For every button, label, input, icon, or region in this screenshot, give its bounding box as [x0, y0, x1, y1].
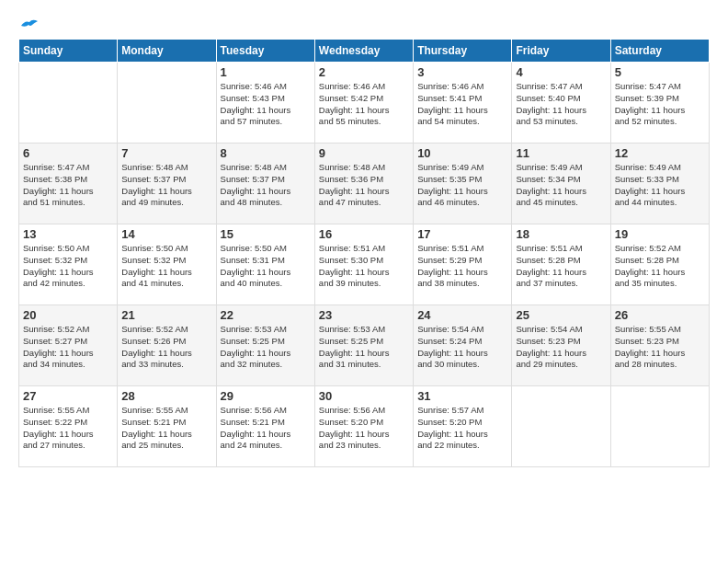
day-number: 3 [417, 65, 507, 79]
calendar-cell: 26Sunrise: 5:55 AMSunset: 5:23 PMDayligh… [610, 305, 709, 386]
col-header-sunday: Sunday [19, 40, 118, 63]
calendar-cell: 2Sunrise: 5:46 AMSunset: 5:42 PMDaylight… [314, 63, 413, 144]
day-number: 14 [121, 227, 211, 241]
calendar-cell: 24Sunrise: 5:54 AMSunset: 5:24 PMDayligh… [414, 305, 512, 386]
day-number: 16 [319, 227, 409, 241]
cell-info: Sunrise: 5:46 AMSunset: 5:41 PMDaylight:… [417, 81, 507, 128]
calendar-cell: 3Sunrise: 5:46 AMSunset: 5:41 PMDaylight… [414, 63, 512, 144]
page: SundayMondayTuesdayWednesdayThursdayFrid… [0, 0, 728, 478]
calendar-cell: 11Sunrise: 5:49 AMSunset: 5:34 PMDayligh… [512, 144, 610, 224]
day-number: 17 [417, 227, 507, 241]
calendar-cell: 29Sunrise: 5:56 AMSunset: 5:21 PMDayligh… [216, 386, 314, 467]
calendar-cell: 12Sunrise: 5:49 AMSunset: 5:33 PMDayligh… [610, 144, 709, 224]
calendar-cell: 31Sunrise: 5:57 AMSunset: 5:20 PMDayligh… [414, 386, 512, 467]
calendar-week-row: 1Sunrise: 5:46 AMSunset: 5:43 PMDaylight… [19, 63, 710, 144]
calendar-cell: 15Sunrise: 5:50 AMSunset: 5:31 PMDayligh… [216, 224, 314, 305]
calendar-cell: 9Sunrise: 5:48 AMSunset: 5:36 PMDaylight… [314, 144, 413, 224]
cell-info: Sunrise: 5:52 AMSunset: 5:26 PMDaylight:… [121, 324, 211, 371]
cell-info: Sunrise: 5:51 AMSunset: 5:28 PMDaylight:… [516, 243, 606, 290]
day-number: 31 [417, 389, 507, 403]
calendar-cell: 6Sunrise: 5:47 AMSunset: 5:38 PMDaylight… [19, 144, 118, 224]
day-number: 30 [319, 389, 409, 403]
calendar-week-row: 13Sunrise: 5:50 AMSunset: 5:32 PMDayligh… [19, 224, 710, 305]
day-number: 1 [221, 65, 311, 79]
day-number: 6 [23, 146, 113, 160]
calendar-cell [512, 386, 610, 467]
calendar-cell: 10Sunrise: 5:49 AMSunset: 5:35 PMDayligh… [414, 144, 512, 224]
cell-info: Sunrise: 5:55 AMSunset: 5:22 PMDaylight:… [23, 405, 113, 452]
cell-info: Sunrise: 5:47 AMSunset: 5:40 PMDaylight:… [516, 81, 606, 128]
day-number: 4 [516, 65, 606, 79]
header [18, 17, 710, 29]
calendar-cell: 19Sunrise: 5:52 AMSunset: 5:28 PMDayligh… [610, 224, 709, 305]
cell-info: Sunrise: 5:55 AMSunset: 5:21 PMDaylight:… [121, 405, 211, 452]
calendar-cell: 4Sunrise: 5:47 AMSunset: 5:40 PMDaylight… [512, 63, 610, 144]
day-number: 11 [516, 146, 606, 160]
calendar: SundayMondayTuesdayWednesdayThursdayFrid… [18, 39, 710, 467]
cell-info: Sunrise: 5:46 AMSunset: 5:43 PMDaylight:… [221, 81, 311, 128]
cell-info: Sunrise: 5:49 AMSunset: 5:34 PMDaylight:… [516, 162, 606, 209]
cell-info: Sunrise: 5:57 AMSunset: 5:20 PMDaylight:… [417, 405, 507, 452]
calendar-cell: 8Sunrise: 5:48 AMSunset: 5:37 PMDaylight… [216, 144, 314, 224]
cell-info: Sunrise: 5:56 AMSunset: 5:21 PMDaylight:… [221, 405, 311, 452]
calendar-cell: 23Sunrise: 5:53 AMSunset: 5:25 PMDayligh… [314, 305, 413, 386]
cell-info: Sunrise: 5:51 AMSunset: 5:29 PMDaylight:… [417, 243, 507, 290]
calendar-cell: 1Sunrise: 5:46 AMSunset: 5:43 PMDaylight… [216, 63, 314, 144]
cell-info: Sunrise: 5:55 AMSunset: 5:23 PMDaylight:… [615, 324, 705, 371]
calendar-cell: 21Sunrise: 5:52 AMSunset: 5:26 PMDayligh… [118, 305, 216, 386]
col-header-wednesday: Wednesday [314, 40, 413, 63]
cell-info: Sunrise: 5:48 AMSunset: 5:36 PMDaylight:… [319, 162, 409, 209]
cell-info: Sunrise: 5:47 AMSunset: 5:38 PMDaylight:… [23, 162, 113, 209]
calendar-cell [19, 63, 118, 144]
logo-bird-icon [19, 17, 40, 33]
day-number: 29 [221, 389, 311, 403]
calendar-cell [118, 63, 216, 144]
day-number: 22 [221, 308, 311, 322]
cell-info: Sunrise: 5:50 AMSunset: 5:31 PMDaylight:… [221, 243, 311, 290]
day-number: 28 [121, 389, 211, 403]
calendar-cell: 18Sunrise: 5:51 AMSunset: 5:28 PMDayligh… [512, 224, 610, 305]
calendar-cell: 25Sunrise: 5:54 AMSunset: 5:23 PMDayligh… [512, 305, 610, 386]
cell-info: Sunrise: 5:46 AMSunset: 5:42 PMDaylight:… [319, 81, 409, 128]
day-number: 15 [221, 227, 311, 241]
cell-info: Sunrise: 5:49 AMSunset: 5:33 PMDaylight:… [615, 162, 705, 209]
calendar-cell: 17Sunrise: 5:51 AMSunset: 5:29 PMDayligh… [414, 224, 512, 305]
day-number: 10 [417, 146, 507, 160]
cell-info: Sunrise: 5:53 AMSunset: 5:25 PMDaylight:… [319, 324, 409, 371]
cell-info: Sunrise: 5:49 AMSunset: 5:35 PMDaylight:… [417, 162, 507, 209]
calendar-cell: 28Sunrise: 5:55 AMSunset: 5:21 PMDayligh… [118, 386, 216, 467]
calendar-cell: 7Sunrise: 5:48 AMSunset: 5:37 PMDaylight… [118, 144, 216, 224]
col-header-thursday: Thursday [414, 40, 512, 63]
cell-info: Sunrise: 5:52 AMSunset: 5:27 PMDaylight:… [23, 324, 113, 371]
day-number: 27 [23, 389, 113, 403]
day-number: 24 [417, 308, 507, 322]
calendar-week-row: 27Sunrise: 5:55 AMSunset: 5:22 PMDayligh… [19, 386, 710, 467]
calendar-cell: 30Sunrise: 5:56 AMSunset: 5:20 PMDayligh… [314, 386, 413, 467]
cell-info: Sunrise: 5:52 AMSunset: 5:28 PMDaylight:… [615, 243, 705, 290]
calendar-cell: 5Sunrise: 5:47 AMSunset: 5:39 PMDaylight… [610, 63, 709, 144]
cell-info: Sunrise: 5:54 AMSunset: 5:24 PMDaylight:… [417, 324, 507, 371]
day-number: 8 [221, 146, 311, 160]
calendar-cell: 27Sunrise: 5:55 AMSunset: 5:22 PMDayligh… [19, 386, 118, 467]
col-header-saturday: Saturday [610, 40, 709, 63]
cell-info: Sunrise: 5:53 AMSunset: 5:25 PMDaylight:… [221, 324, 311, 371]
day-number: 19 [615, 227, 705, 241]
day-number: 2 [319, 65, 409, 79]
calendar-cell: 16Sunrise: 5:51 AMSunset: 5:30 PMDayligh… [314, 224, 413, 305]
calendar-cell: 22Sunrise: 5:53 AMSunset: 5:25 PMDayligh… [216, 305, 314, 386]
col-header-monday: Monday [118, 40, 216, 63]
day-number: 13 [23, 227, 113, 241]
calendar-week-row: 6Sunrise: 5:47 AMSunset: 5:38 PMDaylight… [19, 144, 710, 224]
cell-info: Sunrise: 5:56 AMSunset: 5:20 PMDaylight:… [319, 405, 409, 452]
cell-info: Sunrise: 5:48 AMSunset: 5:37 PMDaylight:… [121, 162, 211, 209]
day-number: 9 [319, 146, 409, 160]
calendar-cell: 14Sunrise: 5:50 AMSunset: 5:32 PMDayligh… [118, 224, 216, 305]
cell-info: Sunrise: 5:54 AMSunset: 5:23 PMDaylight:… [516, 324, 606, 371]
cell-info: Sunrise: 5:48 AMSunset: 5:37 PMDaylight:… [221, 162, 311, 209]
logo [18, 17, 40, 29]
calendar-cell: 20Sunrise: 5:52 AMSunset: 5:27 PMDayligh… [19, 305, 118, 386]
day-number: 23 [319, 308, 409, 322]
calendar-header-row: SundayMondayTuesdayWednesdayThursdayFrid… [19, 40, 710, 63]
cell-info: Sunrise: 5:47 AMSunset: 5:39 PMDaylight:… [615, 81, 705, 128]
cell-info: Sunrise: 5:50 AMSunset: 5:32 PMDaylight:… [23, 243, 113, 290]
